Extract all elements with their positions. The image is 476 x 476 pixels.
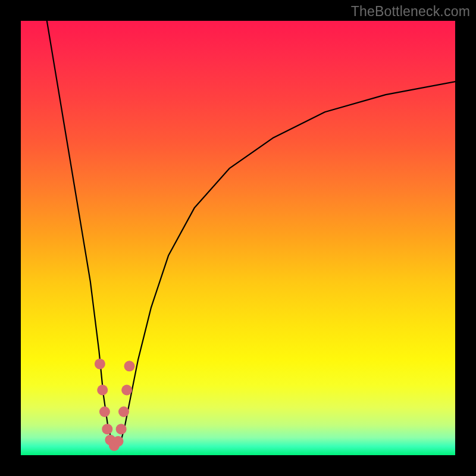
highlight-bead: [95, 359, 105, 369]
highlight-bead: [116, 424, 127, 434]
highlight-bead: [124, 361, 135, 371]
chart-frame: TheBottleneck.com: [0, 0, 476, 476]
highlight-bead: [113, 436, 124, 447]
plot-area: [21, 21, 455, 455]
highlight-bead: [99, 406, 110, 417]
highlight-bead: [121, 385, 132, 396]
highlight-bead: [102, 424, 112, 434]
bottleneck-curve: [47, 21, 455, 446]
highlight-bead: [97, 385, 108, 396]
highlight-bead: [118, 406, 129, 417]
watermark-text: TheBottleneck.com: [351, 4, 470, 20]
curve-layer: [21, 21, 455, 455]
